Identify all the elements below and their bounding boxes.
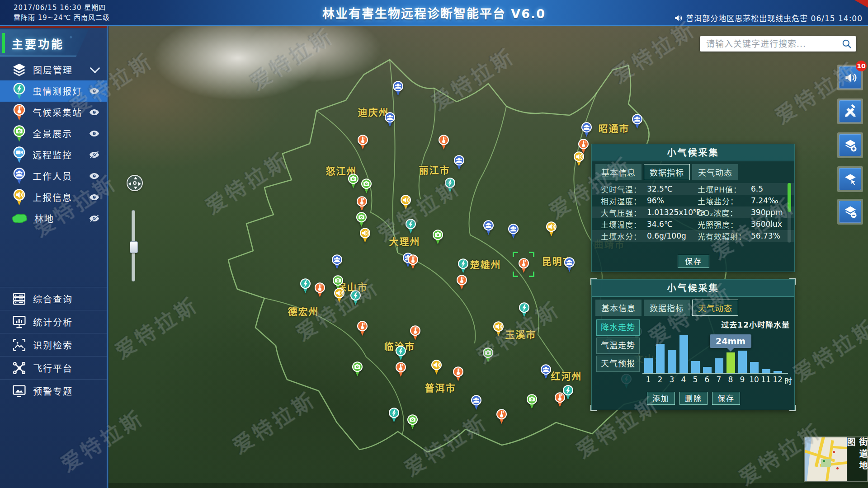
chart-bar[interactable] [726,352,735,373]
climate-marker[interactable] [356,320,368,336]
staff-marker[interactable] [384,112,396,127]
volume-button[interactable]: 10 [837,65,863,90]
staff-marker[interactable] [331,254,343,270]
eye-icon[interactable] [89,172,100,180]
climate-marker[interactable] [357,134,369,150]
plot-measure-button[interactable] [837,99,863,124]
eye-icon[interactable] [89,193,100,201]
chevron-down-icon[interactable] [90,63,100,73]
climate-marker[interactable] [409,325,421,341]
staff-marker[interactable] [540,364,552,380]
pano-marker[interactable] [347,173,359,189]
eye-off-icon[interactable] [89,151,100,159]
chart-bar[interactable] [668,350,676,373]
eye-icon[interactable] [89,108,100,116]
sidebar-item-report[interactable]: 上报信息 [0,187,107,208]
chart-bar[interactable] [715,358,723,373]
chart-bar[interactable] [679,335,688,373]
subtab-降水走势[interactable]: 降水走势 [596,319,640,336]
staff-marker[interactable] [580,122,593,137]
zoom-slider[interactable] [132,210,135,282]
climate-marker[interactable] [395,361,407,377]
search-input[interactable] [705,38,837,49]
pano-marker[interactable] [526,394,538,409]
pan-down-arrow[interactable] [134,187,137,189]
sidebar-item-drone[interactable]: 飞行平台 [0,356,107,379]
sidebar-item-monitor[interactable]: 远程监控 [0,144,107,165]
sidebar-item-db[interactable]: 综合查询 [0,287,107,310]
street-map-toggle[interactable]: 街道地图 [805,437,867,481]
map-pan-control[interactable] [127,175,143,191]
report-marker[interactable] [492,321,505,337]
save-button[interactable]: 保存 [712,392,740,405]
chart-bar[interactable] [750,362,759,373]
staff-marker[interactable] [482,220,495,235]
layer-select-button[interactable] [837,166,863,192]
sidebar-item-pano[interactable]: 全景展示 [0,123,107,144]
climate-marker[interactable] [407,254,419,270]
staff-marker[interactable] [453,155,465,170]
insect-marker[interactable] [444,177,456,193]
report-marker[interactable] [333,287,345,303]
staff-marker[interactable] [631,113,643,129]
layer-add-button[interactable] [837,132,863,158]
insect-marker[interactable] [349,290,362,305]
staff-marker[interactable] [563,257,576,272]
eye-icon[interactable] [89,130,100,137]
climate-marker[interactable] [356,196,368,211]
tab-天气动态[interactable]: 天气动态 [692,300,738,316]
tab-数据指标[interactable]: 数据指标 [644,300,690,316]
alert-ticker[interactable]: 普洱部分地区思茅松出现线虫危害 06/15 14:00 [674,12,863,23]
pan-right-arrow[interactable] [138,182,141,186]
chart-bar[interactable] [762,369,770,373]
tab-数据指标[interactable]: 数据指标 [644,164,690,180]
pano-marker[interactable] [355,211,368,227]
chart-bar[interactable] [656,344,665,373]
sidebar-item-forest[interactable]: 林地 [0,208,107,229]
zoom-slider-handle[interactable] [130,241,138,253]
sidebar-item-layer-management[interactable]: 图层管理 [0,59,107,80]
insect-marker[interactable] [299,278,311,294]
chart-bar[interactable] [691,361,700,373]
subtab-天气预报[interactable]: 天气预报 [596,356,640,372]
report-marker[interactable] [430,359,443,375]
chart-bar[interactable] [738,351,747,373]
pano-marker[interactable] [406,414,419,430]
staff-marker[interactable] [507,223,519,239]
sidebar-item-insect[interactable]: 虫情测报灯 [0,80,107,102]
save-button[interactable]: 保存 [678,255,709,268]
climate-marker[interactable] [495,408,508,424]
tab-基本信息[interactable]: 基本信息 [595,164,642,180]
pano-marker[interactable] [360,178,373,194]
pan-up-arrow[interactable] [134,177,137,179]
insect-marker[interactable] [518,302,530,318]
climate-marker[interactable] [438,134,450,150]
report-marker[interactable] [359,227,371,243]
report-marker[interactable] [573,151,585,167]
sidebar-item-scan[interactable]: 识别检索 [0,333,107,356]
insect-marker[interactable] [395,345,407,361]
insect-marker[interactable] [388,407,400,423]
staff-marker[interactable] [470,394,482,410]
chart-bar[interactable] [644,358,653,373]
pano-marker[interactable] [351,361,363,377]
eye-off-icon[interactable] [89,215,100,222]
sidebar-item-stats[interactable]: 统计分析 [0,310,107,333]
sidebar-item-staff[interactable]: 工作人员 [0,165,107,187]
pano-marker[interactable] [432,229,444,245]
panel-scrollbar-thumb[interactable] [788,183,791,212]
pan-left-arrow[interactable] [128,182,131,186]
tab-天气动态[interactable]: 天气动态 [692,164,738,180]
search-button[interactable] [837,38,856,49]
sidebar-item-alert[interactable]: 预警专题 [0,379,107,402]
report-marker[interactable] [400,194,412,210]
subtab-气温走势[interactable]: 气温走势 [596,338,640,354]
chart-bar[interactable] [774,371,782,373]
sidebar-item-climate[interactable]: 气候采集站 [0,102,107,123]
delete-button[interactable]: 删除 [679,392,708,405]
staff-marker[interactable] [392,80,404,96]
eye-icon[interactable] [89,87,100,95]
pano-marker[interactable] [482,347,494,363]
climate-marker[interactable] [452,366,464,382]
climate-marker[interactable] [456,274,468,290]
